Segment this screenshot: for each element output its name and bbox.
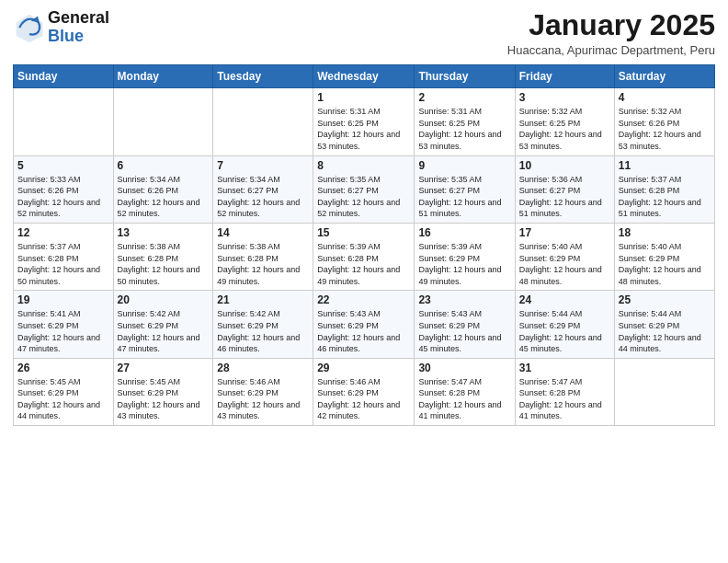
day-info: Sunrise: 5:46 AMSunset: 6:29 PMDaylight:… [317,376,410,422]
subtitle: Huaccana, Apurimac Department, Peru [507,43,715,57]
day-number: 12 [17,226,109,239]
day-number: 6 [118,159,210,172]
day-info: Sunrise: 5:32 AMSunset: 6:25 PMDaylight:… [519,106,610,152]
day-number: 31 [519,362,610,374]
day-number: 9 [418,159,510,172]
table-row: 19 Sunrise: 5:41 AMSunset: 6:29 PMDaylig… [14,291,114,358]
table-row: 15 Sunrise: 5:39 AMSunset: 6:28 PMDaylig… [313,223,415,290]
day-number: 23 [418,293,510,306]
table-row: 20 Sunrise: 5:42 AMSunset: 6:29 PMDaylig… [113,291,213,358]
day-number: 1 [317,91,410,104]
day-info: Sunrise: 5:45 AMSunset: 6:29 PMDaylight:… [17,376,109,422]
day-info: Sunrise: 5:39 AMSunset: 6:29 PMDaylight:… [418,241,510,287]
day-info: Sunrise: 5:35 AMSunset: 6:27 PMDaylight:… [418,174,510,220]
day-number: 26 [17,362,109,374]
calendar-header-row: Sunday Monday Tuesday Wednesday Thursday… [14,65,715,88]
day-info: Sunrise: 5:36 AMSunset: 6:27 PMDaylight:… [519,174,610,220]
table-row: 14 Sunrise: 5:38 AMSunset: 6:28 PMDaylig… [213,223,313,290]
header-sunday: Sunday [14,65,114,88]
table-row: 11 Sunrise: 5:37 AMSunset: 6:28 PMDaylig… [614,155,714,223]
header-tuesday: Tuesday [213,65,313,88]
day-number: 30 [418,362,510,374]
title-area: January 2025 Huaccana, Apurimac Departme… [507,9,715,57]
header-friday: Friday [515,65,614,88]
table-row: 10 Sunrise: 5:36 AMSunset: 6:27 PMDaylig… [515,155,614,223]
day-info: Sunrise: 5:46 AMSunset: 6:29 PMDaylight:… [217,376,309,422]
day-info: Sunrise: 5:31 AMSunset: 6:25 PMDaylight:… [317,106,410,152]
day-number: 29 [317,362,410,374]
day-number: 22 [317,293,410,306]
day-number: 5 [17,159,109,172]
table-row: 7 Sunrise: 5:34 AMSunset: 6:27 PMDayligh… [213,155,313,223]
logo-text: General Blue [48,9,109,46]
table-row [213,88,313,155]
calendar-week-2: 5 Sunrise: 5:33 AMSunset: 6:26 PMDayligh… [14,155,715,223]
table-row: 25 Sunrise: 5:44 AMSunset: 6:29 PMDaylig… [614,291,714,358]
day-info: Sunrise: 5:45 AMSunset: 6:29 PMDaylight:… [118,376,210,422]
day-info: Sunrise: 5:40 AMSunset: 6:29 PMDaylight:… [519,241,610,287]
day-info: Sunrise: 5:34 AMSunset: 6:27 PMDaylight:… [217,174,309,220]
day-number: 21 [217,293,309,306]
day-info: Sunrise: 5:37 AMSunset: 6:28 PMDaylight:… [17,241,109,287]
header-thursday: Thursday [415,65,515,88]
calendar-week-3: 12 Sunrise: 5:37 AMSunset: 6:28 PMDaylig… [14,223,715,290]
table-row: 23 Sunrise: 5:43 AMSunset: 6:29 PMDaylig… [415,291,515,358]
logo-blue: Blue [48,27,84,45]
day-number: 14 [217,226,309,239]
day-info: Sunrise: 5:38 AMSunset: 6:28 PMDaylight:… [217,241,309,287]
header: General Blue January 2025 Huaccana, Apur… [13,9,715,57]
header-saturday: Saturday [614,65,714,88]
table-row: 21 Sunrise: 5:42 AMSunset: 6:29 PMDaylig… [213,291,313,358]
calendar-table: Sunday Monday Tuesday Wednesday Thursday… [13,64,715,426]
table-row: 6 Sunrise: 5:34 AMSunset: 6:26 PMDayligh… [113,155,213,223]
calendar-week-4: 19 Sunrise: 5:41 AMSunset: 6:29 PMDaylig… [14,291,715,358]
header-wednesday: Wednesday [313,65,415,88]
day-number: 4 [619,91,711,104]
day-number: 13 [118,226,210,239]
table-row: 16 Sunrise: 5:39 AMSunset: 6:29 PMDaylig… [415,223,515,290]
day-info: Sunrise: 5:42 AMSunset: 6:29 PMDaylight:… [217,308,309,354]
day-number: 24 [519,293,610,306]
day-number: 16 [418,226,510,239]
month-title: January 2025 [507,9,715,41]
table-row [614,358,714,425]
table-row: 29 Sunrise: 5:46 AMSunset: 6:29 PMDaylig… [313,358,415,425]
table-row: 12 Sunrise: 5:37 AMSunset: 6:28 PMDaylig… [14,223,114,290]
day-info: Sunrise: 5:44 AMSunset: 6:29 PMDaylight:… [619,308,711,354]
day-info: Sunrise: 5:44 AMSunset: 6:29 PMDaylight:… [519,308,610,354]
day-info: Sunrise: 5:35 AMSunset: 6:27 PMDaylight:… [317,174,410,220]
day-info: Sunrise: 5:43 AMSunset: 6:29 PMDaylight:… [317,308,410,354]
day-info: Sunrise: 5:40 AMSunset: 6:29 PMDaylight:… [619,241,711,287]
table-row: 5 Sunrise: 5:33 AMSunset: 6:26 PMDayligh… [14,155,114,223]
day-number: 8 [317,159,410,172]
logo-icon [13,11,46,44]
day-number: 3 [519,91,610,104]
table-row: 9 Sunrise: 5:35 AMSunset: 6:27 PMDayligh… [415,155,515,223]
table-row: 31 Sunrise: 5:47 AMSunset: 6:28 PMDaylig… [515,358,614,425]
header-monday: Monday [113,65,213,88]
day-number: 11 [619,159,711,172]
day-info: Sunrise: 5:42 AMSunset: 6:29 PMDaylight:… [118,308,210,354]
table-row: 13 Sunrise: 5:38 AMSunset: 6:28 PMDaylig… [113,223,213,290]
table-row: 27 Sunrise: 5:45 AMSunset: 6:29 PMDaylig… [113,358,213,425]
logo-area: General Blue [13,9,109,46]
day-info: Sunrise: 5:31 AMSunset: 6:25 PMDaylight:… [418,106,510,152]
day-number: 28 [217,362,309,374]
table-row: 3 Sunrise: 5:32 AMSunset: 6:25 PMDayligh… [515,88,614,155]
table-row: 2 Sunrise: 5:31 AMSunset: 6:25 PMDayligh… [415,88,515,155]
day-number: 25 [619,293,711,306]
day-info: Sunrise: 5:32 AMSunset: 6:26 PMDaylight:… [619,106,711,152]
logo-general: General [48,8,109,27]
day-number: 15 [317,226,410,239]
day-info: Sunrise: 5:47 AMSunset: 6:28 PMDaylight:… [519,376,610,422]
table-row: 26 Sunrise: 5:45 AMSunset: 6:29 PMDaylig… [14,358,114,425]
table-row: 30 Sunrise: 5:47 AMSunset: 6:28 PMDaylig… [415,358,515,425]
day-info: Sunrise: 5:43 AMSunset: 6:29 PMDaylight:… [418,308,510,354]
table-row: 17 Sunrise: 5:40 AMSunset: 6:29 PMDaylig… [515,223,614,290]
table-row: 22 Sunrise: 5:43 AMSunset: 6:29 PMDaylig… [313,291,415,358]
table-row: 28 Sunrise: 5:46 AMSunset: 6:29 PMDaylig… [213,358,313,425]
day-info: Sunrise: 5:41 AMSunset: 6:29 PMDaylight:… [17,308,109,354]
calendar-week-1: 1 Sunrise: 5:31 AMSunset: 6:25 PMDayligh… [14,88,715,155]
day-info: Sunrise: 5:33 AMSunset: 6:26 PMDaylight:… [17,174,109,220]
page: General Blue January 2025 Huaccana, Apur… [0,0,728,563]
